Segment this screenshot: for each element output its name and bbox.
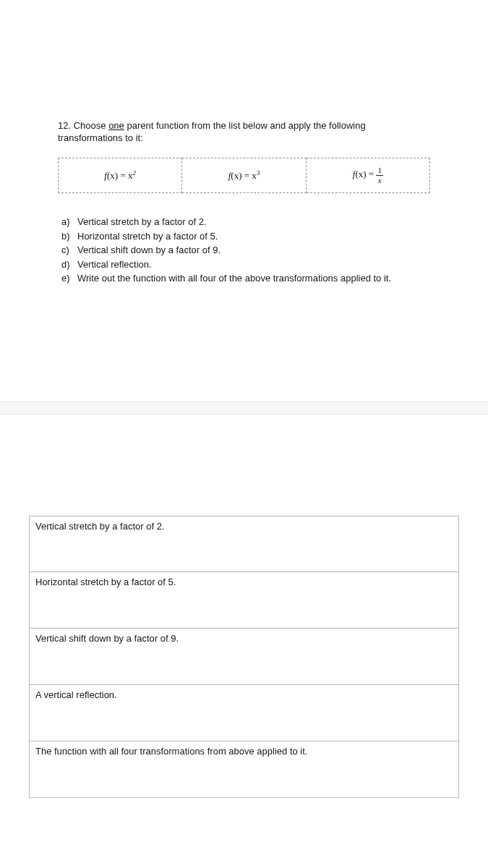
answer-box-2[interactable]: Horizontal stretch by a factor of 5. [29, 572, 459, 629]
option-e-label: e) [61, 271, 77, 286]
option-a-label: a) [61, 215, 77, 229]
question-number: 12 [58, 120, 68, 131]
option-d-text: Vertical reflection. [77, 258, 430, 272]
question-prompt: 12. Choose one parent function from the … [58, 119, 430, 132]
document-page: 12. Choose one parent function from the … [0, 0, 488, 868]
page-gap [0, 401, 488, 414]
functions-table: f(x) = x2 f(x) = x3 f(x) = 1x [58, 158, 430, 193]
option-b-label: b) [61, 229, 77, 244]
answer-label-3: Vertical shift down by a factor of 9. [35, 633, 453, 644]
answer-box-3[interactable]: Vertical shift down by a factor of 9. [29, 629, 459, 685]
option-b: b) Horizontal stretch by a factor of 5. [61, 229, 430, 244]
question-text-prefix: Choose [74, 120, 108, 131]
option-c-label: c) [61, 243, 77, 258]
answers-section: Vertical stretch by a factor of 2. Horiz… [0, 509, 488, 827]
option-a-text: Vertical stretch by a factor of 2. [77, 215, 430, 229]
answer-box-5[interactable]: The function with all four transformatio… [29, 741, 459, 798]
function-cell-1: f(x) = x2 [59, 158, 182, 193]
answer-label-4: A vertical reflection. [35, 689, 453, 700]
answer-label-1: Vertical stretch by a factor of 2. [35, 521, 453, 532]
function-cell-2: f(x) = x3 [182, 158, 306, 193]
question-line2: transformations to it: [58, 132, 430, 143]
question-section: 12. Choose one parent function from the … [0, 0, 488, 300]
answer-box-1[interactable]: Vertical stretch by a factor of 2. [29, 516, 459, 572]
answer-label-2: Horizontal stretch by a factor of 5. [35, 576, 453, 587]
function-cell-3: f(x) = 1x [306, 158, 429, 193]
options-list: a) Vertical stretch by a factor of 2. b)… [58, 215, 430, 286]
option-d-label: d) [61, 258, 77, 272]
question-text-suffix: parent function from the list below and … [124, 120, 366, 131]
option-d: d) Vertical reflection. [61, 258, 430, 272]
answer-label-5: The function with all four transformatio… [35, 746, 453, 757]
option-c: c) Vertical shift down by a factor of 9. [61, 243, 430, 258]
answer-box-4[interactable]: A vertical reflection. [29, 685, 459, 741]
option-a: a) Vertical stretch by a factor of 2. [61, 215, 430, 229]
option-e-text: Write out the function with all four of … [77, 271, 430, 286]
option-c-text: Vertical shift down by a factor of 9. [77, 243, 430, 258]
question-underline: one [108, 120, 124, 131]
option-b-text: Horizontal stretch by a factor of 5. [77, 229, 430, 244]
option-e: e) Write out the function with all four … [61, 271, 430, 286]
